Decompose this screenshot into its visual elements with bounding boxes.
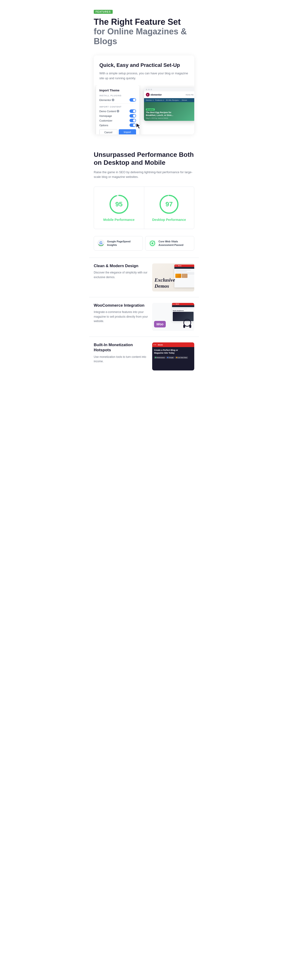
exclusive-demos-text: ExclusiveDemos (154, 277, 175, 290)
elementor-logo-icon: E (146, 93, 150, 97)
elementor-row: Elementor i (99, 98, 136, 102)
mono-dot-1 (154, 344, 154, 345)
setup-card-desc: With a simple setup process, you can hav… (99, 71, 189, 81)
setup-card: Quick, Easy and Practical Set-Up With a … (94, 56, 194, 134)
demo-browser-mini: MAAG (174, 264, 194, 288)
demo-info-icon: i (117, 110, 119, 113)
woo-card-image: MAAG Studio Headphones Woo (152, 303, 194, 331)
svg-rect-13 (189, 325, 191, 328)
google-badge: Google (166, 356, 174, 359)
design-card-title: Clean & Modern Design (94, 263, 148, 269)
design-demo-img: ExclusiveDemos MAAG (152, 263, 194, 291)
woo-mini-bar: MAAG (172, 303, 194, 305)
desktop-score: 97 Desktop Performance (144, 187, 194, 229)
browser-bar (144, 88, 194, 91)
google-dot (167, 357, 168, 358)
live-view-badge: Live View Sites (175, 356, 188, 359)
woo-mini-logo: MAAG (175, 303, 179, 305)
home-re-label: Home Re (186, 94, 194, 96)
homepage-row: Homepage (99, 114, 136, 118)
mobile-score: 95 Mobile Performance (94, 187, 144, 229)
nav-dinner: Dinner (181, 99, 187, 101)
browser-dot-3 (151, 89, 152, 90)
woo-product-row: Studio Headphones (173, 310, 194, 311)
nav-demos: Demos ∨ (146, 99, 154, 101)
live-dot (176, 357, 177, 358)
features-section: FEATURES The Right Feature Set for Onlin… (89, 0, 199, 53)
google-label: Google (169, 357, 173, 358)
mobile-score-label: Mobile Performance (99, 218, 139, 222)
customizer-toggle[interactable] (129, 119, 136, 122)
mini-line-1 (175, 270, 191, 270)
demo-content-label: Demo Content i (99, 110, 119, 113)
elementor-header: E elementor Home Re (144, 91, 194, 98)
woo-card-title: WooCommerce Integration (94, 303, 148, 308)
mono-content: Create a Perfect Blog orMagazine Site To… (152, 347, 194, 360)
demo-content-row: Demo Content i (99, 110, 136, 113)
desktop-circle: 97 (159, 194, 180, 215)
mini-thumb-2 (181, 274, 188, 278)
woo-mini-nav (172, 305, 194, 307)
perf-scores: 95 Mobile Performance 97 Desktop Perform… (94, 186, 194, 229)
browser-mockup: E elementor Home Re Demos ∨ Features ∨ 3… (144, 88, 194, 121)
mono-card-title: Built-In Monetization Hotspots (94, 342, 148, 353)
mobile-score-value: 95 (115, 200, 123, 208)
options-row: Options (99, 123, 136, 127)
svg-point-9 (151, 242, 153, 244)
woo-line-2 (173, 309, 187, 309)
demo-content-toggle[interactable] (129, 110, 136, 113)
feature-card-design: Clean & Modern Design Discover the elega… (89, 258, 199, 297)
browser-hero: Breakfast The Best Egg Recipes forBreakf… (144, 102, 194, 121)
mini-content-inner (174, 269, 194, 276)
elementor-label: Elementor i (99, 99, 114, 102)
browser-nav: Demos ∨ Features ∨ 30-Min Recipes ↑ Dinn… (144, 98, 194, 102)
svg-rect-12 (183, 325, 185, 328)
import-button[interactable]: Import (119, 129, 136, 134)
import-content-label: IMPORT CONTENT (99, 106, 136, 108)
mini-line-2 (175, 271, 187, 272)
perf-title: Unsurpassed Performance Both on Desktop … (94, 151, 194, 166)
homepage-toggle[interactable] (129, 114, 136, 118)
feature-card-mono-text: Built-In Monetization Hotspots Use monet… (94, 342, 148, 364)
design-card-image: ExclusiveDemos MAAG (152, 263, 194, 291)
mini-dot-1 (175, 266, 176, 266)
setup-mockup: Import Theme INSTALL PLUGINS Elementor i… (94, 85, 194, 134)
feature-card-design-text: Clean & Modern Design Discover the elega… (94, 263, 148, 279)
elementor-toggle[interactable] (129, 98, 136, 102)
woo-line-1 (173, 308, 194, 308)
woo-demo-img: MAAG Studio Headphones Woo (152, 303, 194, 331)
headphones-icon (181, 318, 193, 330)
elementor-logo-text: elementor (151, 94, 162, 96)
feature-card-woo: WooCommerce Integration Integrate e-comm… (89, 297, 199, 337)
setup-card-title: Quick, Easy and Practical Set-Up (99, 62, 189, 69)
mini-food-image (175, 272, 194, 273)
live-label: Live View Sites (178, 357, 187, 358)
desktop-score-label: Desktop Performance (149, 218, 189, 222)
hero-meta: May 8, 2023 by Joanna Welick (146, 117, 173, 119)
nav-features: Features ∨ (155, 99, 165, 101)
mono-dot-2 (155, 344, 156, 345)
options-toggle[interactable] (129, 123, 136, 127)
webvitals-badge: Core Web Vitals Assessment Passed (145, 236, 194, 251)
hero-content: Breakfast The Best Egg Recipes forBreakf… (146, 107, 173, 119)
import-panel-title: Import Theme (99, 89, 136, 92)
feature-card-mono: Built-In Monetization Hotspots Use monet… (89, 337, 199, 376)
cancel-button[interactable]: Cancel (99, 129, 117, 134)
mini-logo: MAAG (178, 265, 181, 266)
mono-demo-img: MAAG Create a Perfect Blog orMagazine Si… (152, 342, 194, 371)
hero-text: The Best Egg Recipes forBreakfast, Lunch… (146, 111, 173, 117)
woo-mini-dot-2 (174, 304, 175, 305)
import-buttons: Cancel Import (99, 129, 136, 134)
mini-content (174, 269, 194, 288)
feature-cards: Clean & Modern Design Discover the elega… (89, 258, 199, 381)
perf-badges: G Google PageSpeed Insights Core Web Vit… (94, 236, 194, 251)
features-badge: FEATURES (94, 10, 113, 14)
perf-dot (155, 357, 156, 358)
mono-badges-row: Performance Google Live View Sites (154, 356, 193, 359)
woo-card-desc: Integrate e-commerce features into your … (94, 310, 148, 323)
page-title: The Right Feature Set for Online Magazin… (94, 17, 194, 46)
mono-card-desc: Use monetization tools to turn content i… (94, 355, 148, 364)
mono-card-image: MAAG Create a Perfect Blog orMagazine Si… (152, 342, 194, 371)
performance-badge: Performance (154, 356, 165, 359)
mini-bar: MAAG (174, 264, 194, 267)
